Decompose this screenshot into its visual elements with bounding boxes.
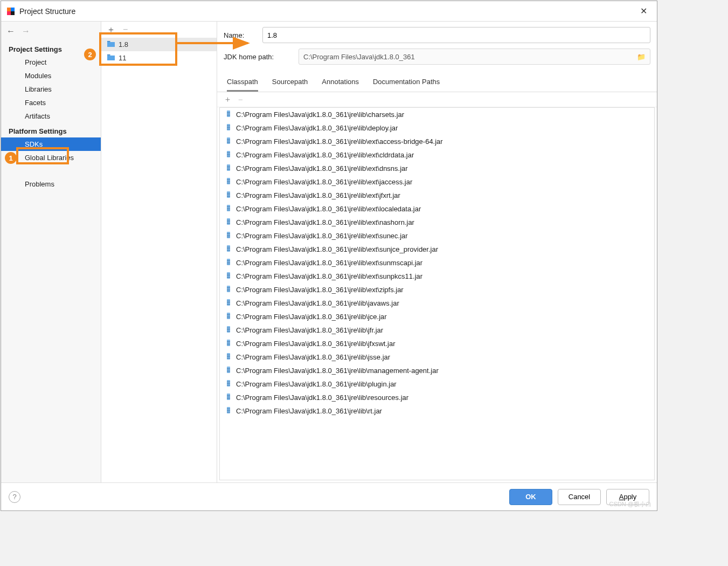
- cancel-button[interactable]: Cancel: [558, 489, 601, 505]
- svg-rect-49: [227, 260, 230, 261]
- svg-rect-23: [227, 169, 230, 170]
- svg-rect-35: [227, 210, 230, 210]
- classpath-entry[interactable]: C:\Program Files\Java\jdk1.8.0_361\jre\l…: [220, 189, 654, 202]
- dialog-footer: ? OK Cancel Apply: [1, 482, 657, 510]
- classpath-entry[interactable]: C:\Program Files\Java\jdk1.8.0_361\jre\l…: [220, 296, 654, 310]
- svg-rect-1: [7, 8, 11, 11]
- svg-rect-34: [227, 208, 230, 209]
- classpath-entry[interactable]: C:\Program Files\Java\jdk1.8.0_361\jre\l…: [220, 391, 654, 404]
- svg-rect-45: [227, 247, 230, 247]
- svg-rect-71: [227, 331, 230, 332]
- svg-rect-7: [227, 115, 230, 116]
- annotation-marker-1: 1: [5, 152, 17, 164]
- sdk-tabs: ClasspathSourcepathAnnotationsDocumentat…: [217, 70, 657, 92]
- nav-libraries[interactable]: Libraries: [1, 82, 101, 96]
- help-icon[interactable]: ?: [9, 491, 20, 503]
- browse-folder-icon[interactable]: 📁: [637, 53, 646, 61]
- svg-rect-22: [227, 168, 230, 168]
- classpath-entry[interactable]: C:\Program Files\Java\jdk1.8.0_361\jre\l…: [220, 216, 654, 229]
- jar-icon: [225, 366, 232, 375]
- svg-rect-41: [227, 233, 230, 234]
- classpath-entry[interactable]: C:\Program Files\Java\jdk1.8.0_361\jre\l…: [220, 135, 654, 148]
- classpath-text: C:\Program Files\Java\jdk1.8.0_361\jre\l…: [236, 394, 408, 402]
- classpath-entry[interactable]: C:\Program Files\Java\jdk1.8.0_361\jre\l…: [220, 323, 654, 337]
- nav-modules[interactable]: Modules: [1, 69, 101, 82]
- jar-icon: [225, 258, 232, 267]
- classpath-entry[interactable]: C:\Program Files\Java\jdk1.8.0_361\jre\l…: [220, 337, 654, 350]
- jar-icon: [225, 299, 232, 308]
- svg-rect-33: [227, 206, 230, 207]
- classpath-text: C:\Program Files\Java\jdk1.8.0_361\jre\l…: [236, 272, 422, 280]
- nav-sdks[interactable]: SDKs: [1, 137, 101, 151]
- classpath-entry[interactable]: C:\Program Files\Java\jdk1.8.0_361\jre\l…: [220, 364, 654, 377]
- nav-artifacts[interactable]: Artifacts: [1, 109, 101, 123]
- classpath-entry[interactable]: C:\Program Files\Java\jdk1.8.0_361\jre\l…: [220, 404, 654, 418]
- tab-documentation-paths[interactable]: Documentation Paths: [373, 78, 440, 92]
- classpath-entry[interactable]: C:\Program Files\Java\jdk1.8.0_361\jre\l…: [220, 310, 654, 323]
- classpath-entry[interactable]: C:\Program Files\Java\jdk1.8.0_361\jre\l…: [220, 108, 654, 121]
- tab-classpath[interactable]: Classpath: [227, 78, 258, 92]
- classpath-entry[interactable]: C:\Program Files\Java\jdk1.8.0_361\jre\l…: [220, 148, 654, 162]
- classpath-text: C:\Program Files\Java\jdk1.8.0_361\jre\l…: [236, 259, 422, 267]
- classpath-text: C:\Program Files\Java\jdk1.8.0_361\jre\l…: [236, 178, 412, 186]
- svg-rect-42: [227, 235, 230, 236]
- svg-rect-93: [227, 409, 230, 409]
- jar-icon: [225, 204, 232, 213]
- classpath-entry[interactable]: C:\Program Files\Java\jdk1.8.0_361\jre\l…: [220, 256, 654, 270]
- classpath-text: C:\Program Files\Java\jdk1.8.0_361\jre\l…: [236, 232, 408, 240]
- jar-icon: [225, 137, 232, 146]
- ok-button[interactable]: OK: [509, 489, 552, 505]
- jar-icon: [225, 218, 232, 227]
- svg-rect-86: [227, 383, 230, 384]
- classpath-list[interactable]: C:\Program Files\Java\jdk1.8.0_361\jre\l…: [219, 107, 655, 480]
- svg-rect-85: [227, 382, 230, 382]
- jdk-home-path[interactable]: C:\Program Files\Java\jdk1.8.0_361 📁: [299, 49, 650, 65]
- jar-icon: [225, 123, 232, 133]
- add-classpath-icon[interactable]: ＋: [224, 94, 232, 105]
- jar-icon: [225, 379, 232, 389]
- sdk-item-11[interactable]: 11: [101, 51, 217, 65]
- classpath-entry[interactable]: C:\Program Files\Java\jdk1.8.0_361\jre\l…: [220, 350, 654, 364]
- remove-classpath-icon[interactable]: −: [238, 95, 243, 104]
- watermark: CSDN @极小白: [609, 500, 651, 508]
- close-icon[interactable]: ✕: [636, 4, 651, 18]
- classpath-entry[interactable]: C:\Program Files\Java\jdk1.8.0_361\jre\l…: [220, 377, 654, 391]
- classpath-entry[interactable]: C:\Program Files\Java\jdk1.8.0_361\jre\l…: [220, 229, 654, 243]
- svg-rect-63: [227, 304, 230, 305]
- svg-rect-73: [227, 341, 230, 342]
- tab-sourcepath[interactable]: Sourcepath: [272, 78, 308, 92]
- classpath-text: C:\Program Files\Java\jdk1.8.0_361\jre\l…: [236, 205, 421, 213]
- back-icon[interactable]: ←: [6, 26, 15, 36]
- path-label: JDK home path:: [224, 53, 291, 61]
- svg-rect-38: [227, 222, 230, 222]
- nav-problems[interactable]: Problems: [1, 177, 101, 191]
- svg-rect-89: [227, 395, 230, 396]
- classpath-entry[interactable]: C:\Program Files\Java\jdk1.8.0_361\jre\l…: [220, 283, 654, 296]
- svg-rect-10: [227, 127, 230, 128]
- svg-rect-46: [227, 249, 230, 249]
- classpath-entry[interactable]: C:\Program Files\Java\jdk1.8.0_361\jre\l…: [220, 121, 654, 135]
- nav-history-toolbar: ← →: [1, 22, 101, 41]
- classpath-text: C:\Program Files\Java\jdk1.8.0_361\jre\l…: [236, 286, 404, 294]
- forward-icon[interactable]: →: [22, 26, 30, 36]
- nav-facets[interactable]: Facets: [1, 96, 101, 109]
- svg-rect-27: [227, 183, 230, 183]
- tab-annotations[interactable]: Annotations: [322, 78, 359, 92]
- sdk-item-1.8[interactable]: 1.8: [101, 38, 217, 51]
- svg-rect-77: [227, 355, 230, 355]
- add-sdk-icon[interactable]: ＋: [107, 24, 115, 36]
- classpath-entry[interactable]: C:\Program Files\Java\jdk1.8.0_361\jre\l…: [220, 270, 654, 283]
- classpath-entry[interactable]: C:\Program Files\Java\jdk1.8.0_361\jre\l…: [220, 202, 654, 216]
- classpath-entry[interactable]: C:\Program Files\Java\jdk1.8.0_361\jre\l…: [220, 162, 654, 175]
- svg-rect-47: [227, 250, 230, 251]
- jar-icon: [225, 231, 232, 240]
- jar-icon: [225, 191, 232, 200]
- classpath-text: C:\Program Files\Java\jdk1.8.0_361\jre\l…: [236, 151, 414, 159]
- path-value: C:\Program Files\Java\jdk1.8.0_361: [303, 53, 415, 61]
- remove-sdk-icon[interactable]: −: [123, 25, 128, 34]
- svg-rect-30: [227, 195, 230, 195]
- classpath-entry[interactable]: C:\Program Files\Java\jdk1.8.0_361\jre\l…: [220, 175, 654, 189]
- classpath-text: C:\Program Files\Java\jdk1.8.0_361\jre\l…: [236, 124, 398, 132]
- name-input[interactable]: [262, 27, 650, 43]
- classpath-entry[interactable]: C:\Program Files\Java\jdk1.8.0_361\jre\l…: [220, 243, 654, 256]
